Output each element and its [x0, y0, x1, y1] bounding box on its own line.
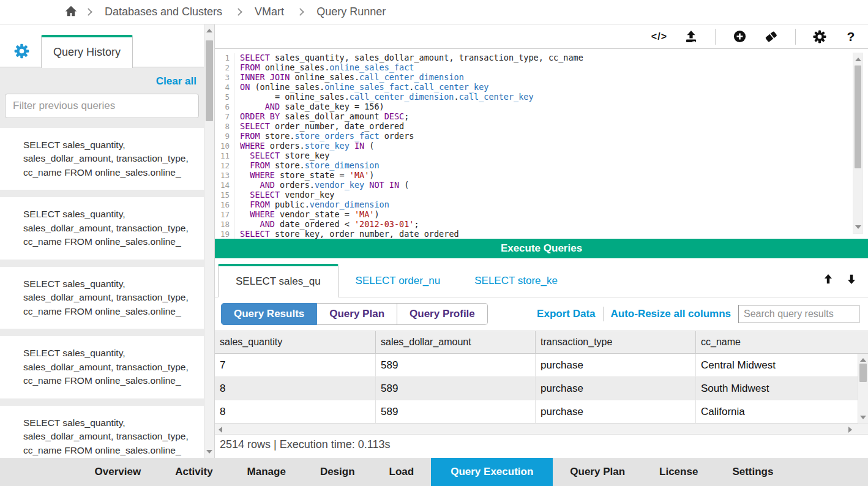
code-text: AND date_ordered < '2012-03-01'; [240, 219, 419, 229]
divider [603, 307, 604, 321]
nav-manage[interactable]: Manage [230, 458, 303, 486]
line-number: 5 [215, 92, 234, 102]
search-results-input[interactable] [738, 305, 859, 323]
column-header-sales_dollar_amount[interactable]: sales_dollar_amount [375, 331, 535, 353]
column-header-transaction_type[interactable]: transaction_type [535, 331, 695, 353]
table-cell: California [695, 400, 858, 423]
column-header-cc_name[interactable]: cc_name [695, 331, 868, 353]
chevron-right-icon [296, 8, 304, 16]
help-icon[interactable]: ? [844, 29, 858, 45]
code-line: 16 FROM public.vendor_dimension [215, 200, 868, 209]
add-query-icon[interactable] [732, 29, 747, 45]
query-history-item[interactable]: SELECT sales_quantity, sales_dollar_amou… [0, 267, 204, 329]
scroll-up-icon[interactable] [855, 58, 861, 61]
result-tab-select-sales_qu[interactable]: SELECT sales_qu [218, 264, 339, 297]
format-code-icon[interactable]: </> [651, 29, 667, 45]
code-text: WHERE orders.store_key IN ( [240, 141, 375, 151]
scroll-right-icon[interactable] [848, 427, 852, 433]
code-line: 3INNER JOIN online_sales.call_center_dim… [215, 72, 868, 82]
nav-query-plan[interactable]: Query Plan [553, 458, 642, 486]
editor-scrollbar[interactable] [853, 53, 863, 234]
scroll-left-icon[interactable] [219, 427, 222, 433]
arrow-down-icon[interactable] [845, 272, 858, 288]
table-cell: 8 [215, 377, 375, 400]
scrollbar-thumb[interactable] [206, 40, 213, 121]
upload-icon[interactable] [684, 29, 698, 45]
breadcrumb: Databases and Clusters VMart Query Runne… [0, 0, 868, 24]
scrollbar-thumb[interactable] [855, 65, 861, 168]
sql-editor-lines: 1SELECT sales_quantity, sales_dollar_amo… [215, 53, 868, 239]
nav-design[interactable]: Design [303, 458, 372, 486]
export-data-link[interactable]: Export Data [537, 308, 595, 320]
result-tab-select-store_ke[interactable]: SELECT store_ke [457, 266, 575, 297]
execute-queries-button[interactable]: Execute Queries [215, 239, 868, 258]
line-number: 7 [215, 112, 234, 122]
nav-activity[interactable]: Activity [158, 458, 230, 486]
nav-license[interactable]: License [642, 458, 715, 486]
nav-overview[interactable]: Overview [78, 458, 159, 486]
code-text: SELECT sales_quantity, sales_dollar_amou… [240, 53, 583, 62]
results-table-body: 7589purchaseCentral Midwest8589purchaseS… [215, 354, 858, 424]
sidebar-scrollbar[interactable] [204, 24, 214, 458]
sidebar-settings-gear-icon[interactable] [13, 43, 30, 62]
table-horizontal-scrollbar[interactable] [215, 424, 868, 435]
code-text: FROM store.store_dimension [240, 160, 380, 170]
result-tab-select-order_nu[interactable]: SELECT order_nu [339, 266, 458, 297]
settings-gear-icon[interactable] [812, 29, 827, 45]
table-row: 7589purchaseCentral Midwest [215, 354, 858, 377]
table-cell: Central Midwest [695, 354, 858, 376]
eraser-icon[interactable] [763, 29, 779, 45]
code-line: 7ORDER BY sales_dollar_amount DESC; [215, 111, 868, 121]
code-text: SELECT store_key, order_number, date_ord… [240, 229, 459, 239]
breadcrumb-item-databases[interactable]: Databases and Clusters [105, 6, 222, 18]
view-tab-query-plan[interactable]: Query Plan [317, 303, 397, 325]
line-number: 1 [215, 53, 234, 63]
nav-settings[interactable]: Settings [715, 458, 790, 486]
breadcrumb-item-vmart[interactable]: VMart [255, 6, 284, 18]
query-history-item[interactable]: SELECT sales_quantity, sales_dollar_amou… [0, 128, 204, 190]
table-cell: purchase [535, 400, 695, 423]
code-text: WHERE store_state = 'MA') [240, 170, 374, 180]
column-header-sales_quantity[interactable]: sales_quantity [215, 331, 375, 353]
nav-load[interactable]: Load [372, 458, 432, 486]
view-tab-query-profile[interactable]: Query Profile [397, 303, 488, 325]
clear-all-link[interactable]: Clear all [0, 67, 204, 88]
arrow-up-icon[interactable] [821, 272, 835, 288]
line-number: 8 [215, 122, 234, 132]
scrollbar-thumb[interactable] [859, 364, 867, 382]
auto-resize-link[interactable]: Auto-Resize all columns [611, 308, 731, 320]
line-number: 3 [215, 73, 234, 83]
table-cell: purchase [535, 354, 695, 376]
scroll-down-icon[interactable] [860, 416, 866, 419]
table-scrollbar[interactable] [858, 354, 868, 424]
query-history-item[interactable]: SELECT sales_quantity, sales_dollar_amou… [0, 406, 204, 458]
line-number: 2 [215, 63, 234, 73]
line-number: 19 [215, 230, 234, 239]
line-number: 16 [215, 200, 234, 210]
view-tab-query-results[interactable]: Query Results [221, 303, 317, 325]
home-icon[interactable] [64, 4, 78, 20]
code-line: 2FROM online_sales.online_sales_fact [215, 62, 868, 72]
tab-query-history[interactable]: Query History [41, 35, 133, 68]
scroll-up-icon[interactable] [860, 358, 866, 362]
code-line: 15 SELECT vendor_key [215, 190, 868, 200]
nav-query-execution[interactable]: Query Execution [431, 458, 553, 486]
result-status-text: 2514 rows | Execution time: 0.113s [215, 435, 868, 458]
sql-editor[interactable]: 1SELECT sales_quantity, sales_dollar_amo… [215, 49, 868, 239]
query-history-item[interactable]: SELECT sales_quantity, sales_dollar_amou… [0, 197, 204, 259]
code-text: ON (online_sales.online_sales_fact.call_… [240, 82, 488, 92]
line-number: 13 [215, 171, 234, 181]
results-table-header: sales_quantitysales_dollar_amounttransac… [215, 331, 868, 354]
scroll-down-icon[interactable] [206, 450, 212, 454]
scroll-up-icon[interactable] [206, 29, 212, 32]
result-tabs-row: SELECT sales_quSELECT order_nuSELECT sto… [215, 258, 868, 297]
query-history-item[interactable]: SELECT sales_quantity, sales_dollar_amou… [0, 336, 204, 398]
scroll-down-icon[interactable] [855, 225, 861, 229]
code-text: SELECT order_number, date_ordered [240, 121, 404, 131]
table-row: 8589purchaseSouth Midwest [215, 377, 858, 400]
code-text: AND orders.vendor_key NOT IN ( [240, 180, 409, 190]
line-number: 14 [215, 181, 234, 190]
code-line: 10WHERE orders.store_key IN ( [215, 141, 868, 151]
code-text: FROM online_sales.online_sales_fact [240, 62, 414, 72]
filter-queries-input[interactable] [5, 94, 199, 118]
